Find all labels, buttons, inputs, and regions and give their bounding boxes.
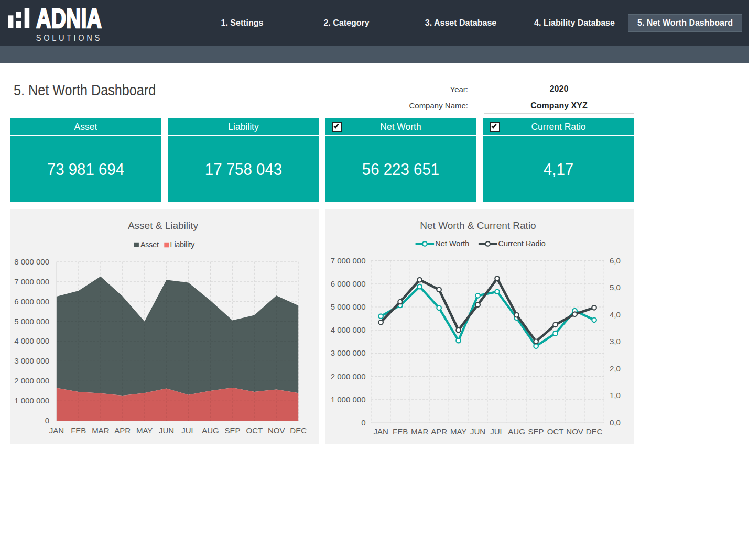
svg-text:OCT: OCT [547, 427, 564, 436]
svg-text:JUL: JUL [181, 426, 196, 435]
svg-text:JAN: JAN [373, 427, 388, 436]
svg-text:1,0: 1,0 [610, 391, 621, 400]
svg-text:JUN: JUN [159, 426, 174, 435]
svg-text:4 000 000: 4 000 000 [331, 325, 366, 334]
svg-text:Net Worth: Net Worth [435, 239, 469, 248]
svg-text:1 000 000: 1 000 000 [14, 396, 49, 405]
svg-text:4 000 000: 4 000 000 [14, 336, 49, 345]
svg-text:Asset: Asset [140, 240, 159, 249]
svg-text:Current Radio: Current Radio [498, 239, 546, 248]
svg-text:1 000 000: 1 000 000 [331, 395, 366, 404]
svg-text:AUG: AUG [508, 427, 525, 436]
svg-text:MAY: MAY [450, 427, 466, 436]
svg-text:AUG: AUG [202, 426, 219, 435]
svg-text:SOLUTIONS: SOLUTIONS [36, 34, 102, 42]
svg-text:2,0: 2,0 [610, 364, 621, 373]
svg-text:OCT: OCT [246, 426, 263, 435]
svg-text:NOV: NOV [566, 427, 583, 436]
svg-text:6,0: 6,0 [610, 256, 621, 265]
svg-text:APR: APR [431, 427, 447, 436]
svg-text:FEB: FEB [393, 427, 408, 436]
svg-text:4,0: 4,0 [610, 310, 621, 319]
svg-text:2 000 000: 2 000 000 [14, 376, 49, 385]
svg-text:APR: APR [114, 426, 131, 435]
svg-text:7 000 000: 7 000 000 [14, 277, 49, 286]
svg-text:2 000 000: 2 000 000 [331, 372, 366, 381]
svg-text:DEC: DEC [290, 426, 307, 435]
svg-text:NOV: NOV [268, 426, 285, 435]
svg-text:DEC: DEC [586, 427, 603, 436]
svg-text:Asset & Liability: Asset & Liability [128, 220, 199, 231]
svg-text:5 000 000: 5 000 000 [331, 302, 366, 311]
svg-text:0: 0 [361, 418, 365, 427]
svg-text:MAY: MAY [136, 426, 153, 435]
svg-text:3,0: 3,0 [610, 337, 621, 346]
svg-text:6 000 000: 6 000 000 [331, 279, 366, 288]
svg-text:6 000 000: 6 000 000 [14, 297, 49, 306]
svg-text:0: 0 [45, 416, 49, 425]
svg-text:ADNIA: ADNIA [36, 3, 102, 34]
svg-text:Net Worth & Current Ratio: Net Worth & Current Ratio [420, 220, 536, 231]
svg-text:JUL: JUL [490, 427, 504, 436]
svg-text:SEP: SEP [528, 427, 544, 436]
svg-text:3 000 000: 3 000 000 [331, 348, 366, 357]
svg-text:0,0: 0,0 [610, 418, 621, 427]
svg-text:JAN: JAN [49, 426, 64, 435]
svg-text:MAR: MAR [411, 427, 429, 436]
svg-text:JUN: JUN [470, 427, 485, 436]
svg-text:7 000 000: 7 000 000 [331, 256, 366, 265]
svg-text:5,0: 5,0 [610, 283, 621, 292]
svg-text:8 000 000: 8 000 000 [14, 257, 49, 266]
svg-text:FEB: FEB [71, 426, 86, 435]
svg-text:3 000 000: 3 000 000 [14, 356, 49, 365]
svg-text:Liability: Liability [170, 240, 195, 249]
svg-text:SEP: SEP [224, 426, 240, 435]
svg-text:5 000 000: 5 000 000 [14, 317, 49, 326]
svg-text:MAR: MAR [92, 426, 110, 435]
